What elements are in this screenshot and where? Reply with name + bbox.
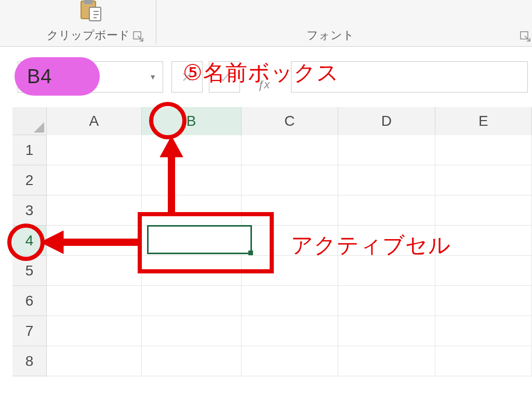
annotation-arrow-left-icon (41, 227, 139, 258)
svg-rect-1 (84, 0, 92, 4)
cell[interactable] (338, 165, 435, 195)
cell[interactable] (142, 316, 242, 346)
cell[interactable] (338, 195, 435, 226)
cell[interactable] (242, 165, 338, 195)
cell[interactable] (435, 316, 532, 346)
row-header[interactable]: 7 (12, 316, 47, 346)
cell[interactable] (338, 346, 435, 376)
cell[interactable] (338, 135, 435, 165)
cell[interactable] (338, 286, 435, 316)
cell[interactable] (242, 316, 338, 346)
column-header[interactable]: C (242, 107, 338, 135)
cell[interactable] (47, 316, 142, 346)
annotation-arrow-up-icon (156, 136, 187, 214)
cell[interactable] (435, 256, 532, 286)
column-headers: ABCDE (47, 107, 532, 135)
row-header[interactable]: 8 (12, 346, 47, 376)
cell[interactable] (338, 256, 435, 286)
cell[interactable] (47, 165, 142, 195)
column-header[interactable]: A (47, 107, 142, 135)
select-all-triangle[interactable] (12, 107, 47, 135)
svg-marker-8 (41, 231, 63, 254)
cell[interactable] (435, 286, 532, 316)
column-header[interactable]: E (435, 107, 532, 135)
annotation-namebox-label: ⑤名前ボックス (183, 58, 339, 87)
dialog-launcher-font-icon[interactable] (520, 31, 531, 42)
chevron-down-icon[interactable]: ▼ (149, 73, 156, 81)
dialog-launcher-clipboard-icon[interactable] (132, 31, 144, 42)
cell[interactable] (338, 316, 435, 346)
row-header[interactable]: 6 (12, 286, 47, 316)
annotation-active-cell-label: アクティブセル (291, 231, 451, 260)
cell[interactable] (47, 286, 142, 316)
cell[interactable] (47, 346, 142, 376)
annotation-namebox-text: 名前ボックス (203, 60, 339, 85)
circled-five-icon: ⑤ (183, 60, 203, 85)
cell[interactable] (435, 195, 532, 226)
ribbon-group-label-clipboard: クリップボード (47, 28, 130, 43)
paste-icon[interactable] (78, 0, 103, 22)
cell[interactable] (47, 195, 142, 226)
column-header[interactable]: D (338, 107, 435, 135)
name-box-value: B4 (27, 65, 52, 88)
cell[interactable] (47, 256, 142, 286)
ribbon-strip: クリップボード フォント (0, 0, 532, 47)
row-header[interactable]: 2 (12, 165, 47, 195)
ribbon-separator (156, 0, 156, 44)
ribbon-group-label-font: フォント (307, 28, 354, 43)
cell-area[interactable] (47, 135, 532, 407)
annotation-rect-active-cell (138, 212, 274, 273)
cell[interactable] (242, 135, 338, 165)
cell[interactable] (435, 165, 532, 195)
cell[interactable] (47, 135, 142, 165)
row-headers: 12345678 (12, 135, 47, 407)
cell[interactable] (142, 286, 242, 316)
cell[interactable] (242, 286, 338, 316)
cell[interactable] (435, 346, 532, 376)
annotation-circle-column (149, 102, 187, 139)
cell[interactable] (242, 346, 338, 376)
cell[interactable] (435, 135, 532, 165)
row-header[interactable]: 3 (12, 195, 47, 226)
cell[interactable] (142, 346, 242, 376)
name-box-highlight: B4 (15, 57, 100, 96)
row-header[interactable]: 1 (12, 135, 47, 165)
annotation-circle-row (7, 224, 45, 261)
svg-marker-6 (160, 136, 183, 157)
